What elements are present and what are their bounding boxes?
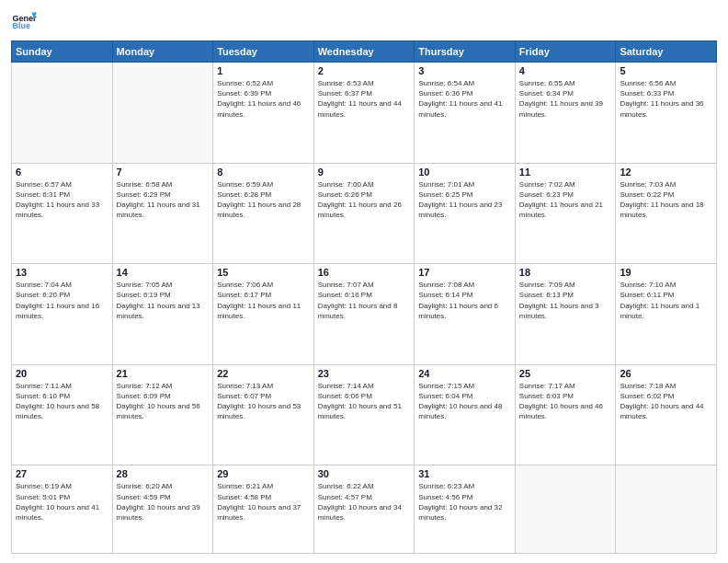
day-number: 4 — [519, 65, 612, 76]
day-info: Sunrise: 7:15 AM Sunset: 6:04 PM Dayligh… — [418, 381, 511, 422]
day-number: 18 — [519, 267, 612, 278]
calendar-cell: 28Sunrise: 6:20 AM Sunset: 4:59 PM Dayli… — [112, 465, 213, 554]
day-info: Sunrise: 7:08 AM Sunset: 6:14 PM Dayligh… — [418, 280, 511, 321]
calendar-cell: 17Sunrise: 7:08 AM Sunset: 6:14 PM Dayli… — [415, 264, 516, 365]
day-info: Sunrise: 6:54 AM Sunset: 6:36 PM Dayligh… — [418, 78, 511, 120]
weekday-header-sunday: Sunday — [12, 41, 113, 63]
day-info: Sunrise: 6:56 AM Sunset: 6:33 PM Dayligh… — [620, 78, 712, 120]
day-number: 25 — [519, 368, 612, 379]
calendar-cell: 15Sunrise: 7:06 AM Sunset: 6:17 PM Dayli… — [213, 264, 314, 365]
day-number: 10 — [418, 167, 511, 178]
day-info: Sunrise: 6:22 AM Sunset: 4:57 PM Dayligh… — [318, 481, 411, 523]
day-info: Sunrise: 7:10 AM Sunset: 6:11 PM Dayligh… — [620, 280, 712, 321]
calendar-cell: 30Sunrise: 6:22 AM Sunset: 4:57 PM Dayli… — [313, 465, 415, 554]
day-number: 30 — [318, 468, 411, 479]
calendar-cell: 12Sunrise: 7:03 AM Sunset: 6:22 PM Dayli… — [616, 163, 717, 264]
day-info: Sunrise: 7:04 AM Sunset: 6:20 PM Dayligh… — [16, 280, 108, 321]
day-number: 9 — [318, 167, 411, 178]
day-number: 15 — [217, 267, 310, 278]
calendar-cell: 6Sunrise: 6:57 AM Sunset: 6:31 PM Daylig… — [12, 163, 113, 264]
calendar-cell: 20Sunrise: 7:11 AM Sunset: 6:10 PM Dayli… — [12, 364, 113, 465]
day-number: 26 — [620, 368, 712, 379]
calendar-cell: 21Sunrise: 7:12 AM Sunset: 6:09 PM Dayli… — [112, 364, 213, 465]
day-number: 17 — [418, 267, 511, 278]
day-info: Sunrise: 7:12 AM Sunset: 6:09 PM Dayligh… — [117, 381, 210, 422]
calendar-cell: 16Sunrise: 7:07 AM Sunset: 6:16 PM Dayli… — [313, 264, 415, 365]
calendar-cell: 24Sunrise: 7:15 AM Sunset: 6:04 PM Dayli… — [415, 364, 516, 465]
calendar-cell: 1Sunrise: 6:52 AM Sunset: 6:39 PM Daylig… — [213, 63, 314, 164]
day-number: 1 — [217, 65, 310, 76]
svg-text:Blue: Blue — [12, 21, 30, 30]
calendar-cell: 9Sunrise: 7:00 AM Sunset: 6:26 PM Daylig… — [313, 163, 415, 264]
calendar-cell: 22Sunrise: 7:13 AM Sunset: 6:07 PM Dayli… — [213, 364, 314, 465]
calendar-cell: 31Sunrise: 6:23 AM Sunset: 4:56 PM Dayli… — [415, 465, 516, 554]
calendar-cell — [616, 465, 717, 554]
calendar-cell: 19Sunrise: 7:10 AM Sunset: 6:11 PM Dayli… — [616, 264, 717, 365]
day-info: Sunrise: 7:05 AM Sunset: 6:19 PM Dayligh… — [117, 280, 210, 321]
weekday-header-wednesday: Wednesday — [313, 41, 415, 63]
day-info: Sunrise: 6:19 AM Sunset: 5:01 PM Dayligh… — [16, 481, 108, 523]
day-number: 20 — [16, 368, 108, 379]
calendar-cell: 14Sunrise: 7:05 AM Sunset: 6:19 PM Dayli… — [112, 264, 213, 365]
calendar-cell — [12, 63, 113, 164]
day-number: 7 — [117, 167, 210, 178]
day-number: 11 — [519, 167, 612, 178]
calendar-cell: 18Sunrise: 7:09 AM Sunset: 6:13 PM Dayli… — [515, 264, 616, 365]
calendar-cell: 7Sunrise: 6:58 AM Sunset: 6:29 PM Daylig… — [112, 163, 213, 264]
calendar-cell: 2Sunrise: 6:53 AM Sunset: 6:37 PM Daylig… — [313, 63, 415, 164]
header: General Blue — [11, 9, 717, 35]
weekday-header-tuesday: Tuesday — [213, 41, 314, 63]
calendar-cell: 13Sunrise: 7:04 AM Sunset: 6:20 PM Dayli… — [12, 264, 113, 365]
day-number: 31 — [418, 468, 511, 479]
day-info: Sunrise: 7:13 AM Sunset: 6:07 PM Dayligh… — [217, 381, 310, 422]
calendar-cell: 27Sunrise: 6:19 AM Sunset: 5:01 PM Dayli… — [12, 465, 113, 554]
day-number: 16 — [318, 267, 411, 278]
day-number: 19 — [620, 267, 712, 278]
day-info: Sunrise: 6:58 AM Sunset: 6:29 PM Dayligh… — [117, 179, 210, 221]
day-info: Sunrise: 6:21 AM Sunset: 4:58 PM Dayligh… — [217, 481, 310, 523]
calendar-cell: 3Sunrise: 6:54 AM Sunset: 6:36 PM Daylig… — [415, 63, 516, 164]
day-info: Sunrise: 7:09 AM Sunset: 6:13 PM Dayligh… — [519, 280, 612, 321]
day-info: Sunrise: 7:14 AM Sunset: 6:06 PM Dayligh… — [318, 381, 411, 422]
day-number: 5 — [620, 65, 712, 76]
day-number: 22 — [217, 368, 310, 379]
day-info: Sunrise: 7:03 AM Sunset: 6:22 PM Dayligh… — [620, 179, 712, 221]
day-info: Sunrise: 6:55 AM Sunset: 6:34 PM Dayligh… — [519, 78, 612, 120]
calendar-cell — [112, 63, 213, 164]
calendar-cell: 23Sunrise: 7:14 AM Sunset: 6:06 PM Dayli… — [313, 364, 415, 465]
day-number: 14 — [117, 267, 210, 278]
day-info: Sunrise: 7:07 AM Sunset: 6:16 PM Dayligh… — [318, 280, 411, 321]
calendar: SundayMondayTuesdayWednesdayThursdayFrid… — [11, 40, 717, 554]
day-info: Sunrise: 6:52 AM Sunset: 6:39 PM Dayligh… — [217, 78, 310, 120]
calendar-cell: 10Sunrise: 7:01 AM Sunset: 6:25 PM Dayli… — [415, 163, 516, 264]
day-info: Sunrise: 6:20 AM Sunset: 4:59 PM Dayligh… — [117, 481, 210, 523]
calendar-cell: 4Sunrise: 6:55 AM Sunset: 6:34 PM Daylig… — [515, 63, 616, 164]
day-info: Sunrise: 7:06 AM Sunset: 6:17 PM Dayligh… — [217, 280, 310, 321]
day-number: 8 — [217, 167, 310, 178]
day-info: Sunrise: 6:59 AM Sunset: 6:28 PM Dayligh… — [217, 179, 310, 221]
day-info: Sunrise: 6:53 AM Sunset: 6:37 PM Dayligh… — [318, 78, 411, 120]
day-info: Sunrise: 7:02 AM Sunset: 6:23 PM Dayligh… — [519, 179, 612, 221]
weekday-header-saturday: Saturday — [616, 41, 717, 63]
day-info: Sunrise: 6:23 AM Sunset: 4:56 PM Dayligh… — [418, 481, 511, 523]
day-number: 2 — [318, 65, 411, 76]
day-number: 27 — [16, 468, 108, 479]
day-number: 13 — [16, 267, 108, 278]
day-info: Sunrise: 7:17 AM Sunset: 6:03 PM Dayligh… — [519, 381, 612, 422]
weekday-header-thursday: Thursday — [415, 41, 516, 63]
day-number: 12 — [620, 167, 712, 178]
logo-icon: General Blue — [11, 9, 37, 35]
day-number: 23 — [318, 368, 411, 379]
day-number: 3 — [418, 65, 511, 76]
day-number: 21 — [117, 368, 210, 379]
day-number: 24 — [418, 368, 511, 379]
day-info: Sunrise: 7:01 AM Sunset: 6:25 PM Dayligh… — [418, 179, 511, 221]
weekday-header-friday: Friday — [515, 41, 616, 63]
calendar-cell: 29Sunrise: 6:21 AM Sunset: 4:58 PM Dayli… — [213, 465, 314, 554]
day-info: Sunrise: 7:11 AM Sunset: 6:10 PM Dayligh… — [16, 381, 108, 422]
calendar-cell: 25Sunrise: 7:17 AM Sunset: 6:03 PM Dayli… — [515, 364, 616, 465]
calendar-cell: 26Sunrise: 7:18 AM Sunset: 6:02 PM Dayli… — [616, 364, 717, 465]
day-number: 6 — [16, 167, 108, 178]
day-number: 29 — [217, 468, 310, 479]
day-number: 28 — [117, 468, 210, 479]
